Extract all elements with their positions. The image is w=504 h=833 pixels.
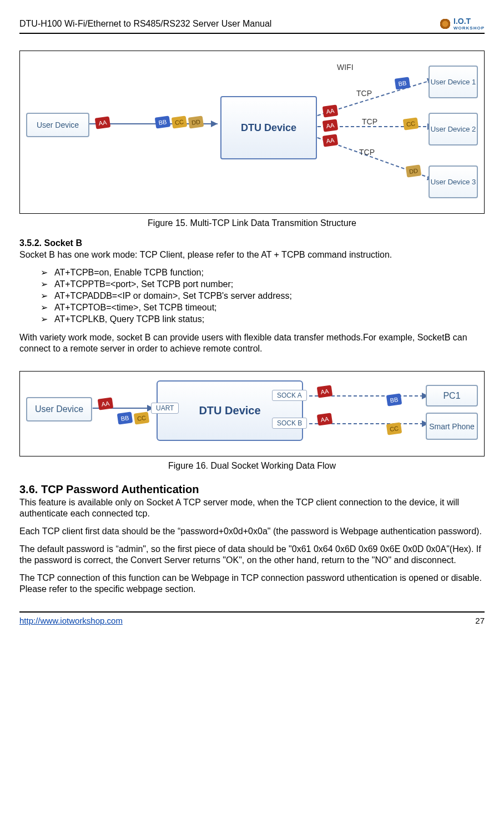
wifi-label: WIFI — [337, 63, 354, 72]
sec36-p4: The TCP connection of this function can … — [19, 573, 485, 595]
tag-bb-d2-1: BB — [117, 412, 133, 424]
tag-bb-d2-2: BB — [386, 393, 402, 406]
tag-dd: DD — [188, 116, 204, 128]
logo-sub: WORKSHOP — [453, 26, 485, 31]
logo-text: I.O.T — [453, 17, 471, 26]
page-footer: http://www.iotworkshop.com 27 — [19, 611, 485, 625]
figure-16-diagram: User Device DTU Device PC1 Smart Phone U… — [23, 375, 481, 453]
tcp-label-1: TCP — [356, 89, 372, 98]
sock-b-label: SOCK B — [272, 418, 307, 429]
cmd-item: AT+TCPLKB, Query TCPB link status; — [41, 314, 485, 324]
user-device-3: User Device 3 — [429, 165, 478, 198]
cmd-item: AT+TCPPTB=<port>, Set TCPB port number; — [41, 279, 485, 289]
tag-aa-d2-3: AA — [317, 413, 333, 425]
sec36-p1: This feature is available only on Socket… — [19, 497, 485, 519]
user-device-2: User Device 2 — [429, 113, 478, 145]
doc-title: DTU-H100 Wi-Fi/Ethernet to RS485/RS232 S… — [19, 19, 271, 29]
sec36-p3: The default password is “admin", so the … — [19, 544, 485, 566]
dtu-device-box: DTU Device — [220, 96, 317, 159]
sec36-p2: Each TCP client first data should be the… — [19, 526, 485, 537]
cmd-item: AT+TCPTOB=<time>, Set TCPB timeout; — [41, 302, 485, 313]
tag-bb-1: BB — [395, 77, 411, 89]
gear-icon — [439, 18, 451, 30]
tag-cc: CC — [172, 116, 188, 128]
socket-b-para2: With variety work mode, socket B can pro… — [19, 332, 485, 354]
user-device-box: User Device — [26, 113, 89, 137]
cmd-item: AT+TCPADDB=<IP or domain>, Set TCPB's se… — [41, 290, 485, 301]
figure-15-diagram: User Device DTU Device User Device 1 Use… — [23, 54, 481, 210]
tag-cc-d2-1: CC — [134, 412, 150, 424]
uart-label: UART — [151, 403, 179, 414]
tag-aa-1: AA — [322, 104, 339, 117]
tag-cc-1: CC — [403, 117, 419, 130]
figure-16-box: User Device DTU Device PC1 Smart Phone U… — [19, 371, 485, 456]
tag-aa: AA — [95, 116, 111, 129]
tcp-label-2: TCP — [362, 117, 377, 126]
tag-aa-2: AA — [322, 119, 339, 132]
pc1-box: PC1 — [426, 385, 478, 407]
heading-3-6: 3.6. TCP Password Authentication — [19, 483, 485, 496]
tag-aa-d2-2: AA — [317, 385, 333, 398]
tag-cc-d2-2: CC — [386, 422, 402, 435]
user-device-1: User Device 1 — [429, 66, 478, 98]
sock-a-label: SOCK A — [272, 390, 307, 401]
figure-15-box: User Device DTU Device User Device 1 Use… — [19, 51, 485, 214]
tag-dd-1: DD — [406, 164, 422, 177]
footer-url[interactable]: http://www.iotworkshop.com — [19, 616, 123, 625]
figure-16-caption: Figure 16. Dual Socket Working Data Flow — [19, 461, 485, 471]
tag-aa-d2-1: AA — [98, 397, 114, 410]
page-header: DTU-H100 Wi-Fi/Ethernet to RS485/RS232 S… — [19, 17, 485, 34]
tcp-label-3: TCP — [359, 148, 375, 157]
cmd-item: AT+TCPB=on, Enable TCPB function; — [41, 267, 485, 278]
tag-aa-3: AA — [322, 134, 339, 147]
logo: I.O.T WORKSHOP — [439, 17, 485, 31]
user-device-box-2: User Device — [26, 397, 92, 421]
page-number: 27 — [475, 616, 485, 625]
phone-box: Smart Phone — [426, 413, 478, 440]
tag-bb: BB — [155, 116, 171, 128]
figure-15-caption: Figure 15. Multi-TCP Link Data Transmiti… — [19, 218, 485, 228]
socket-b-intro: Socket B has one work mode: TCP Client, … — [19, 249, 485, 260]
heading-3-5-2: 3.5.2. Socket B — [19, 238, 485, 248]
at-command-list: AT+TCPB=on, Enable TCPB function; AT+TCP… — [41, 267, 485, 324]
